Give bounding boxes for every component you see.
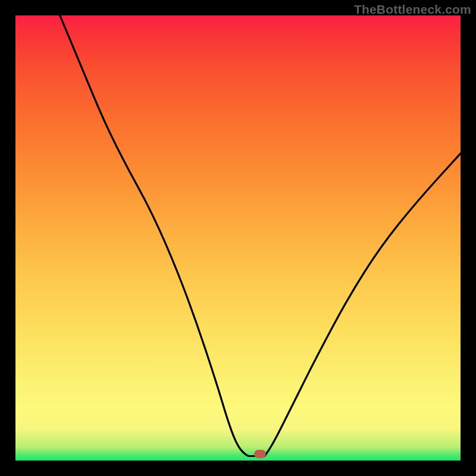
- bottleneck-curve: [15, 15, 461, 461]
- chart-frame: TheBottleneck.com: [0, 0, 476, 476]
- optimal-point-marker: [254, 450, 266, 458]
- watermark-text: TheBottleneck.com: [354, 2, 471, 17]
- plot-area: [15, 15, 461, 461]
